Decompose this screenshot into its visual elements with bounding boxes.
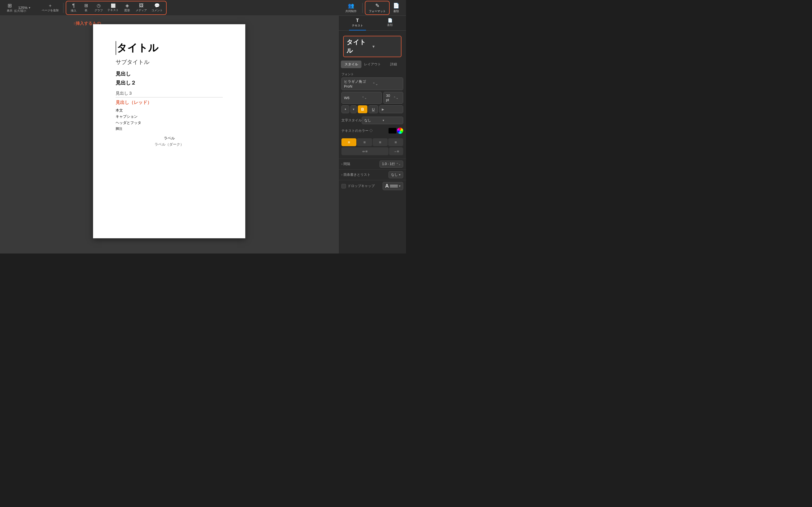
media-btn[interactable]: 🖼 メディア — [133, 2, 149, 13]
divider1 — [63, 3, 63, 13]
font-style-row: • ▾ B U ▶ — [342, 105, 403, 113]
text-style-chevron: ▾ — [372, 44, 398, 49]
display-label: 表示 — [7, 9, 12, 13]
more-style-btn[interactable]: ▶ — [379, 105, 403, 113]
canvas-area: ↑挿入するもの ここでテキストの設定が出来る→ タイトル サブタイトル 見出し … — [0, 16, 338, 253]
format-icon: ✎ — [375, 3, 379, 9]
text-style-title: タイトル — [347, 38, 372, 55]
style-tab-layout[interactable]: レイアウト — [362, 61, 383, 68]
style-tab-style[interactable]: スタイル — [341, 61, 361, 68]
page-subtitle-text[interactable]: サブタイトル — [116, 58, 223, 66]
page-title-text[interactable]: タイトル — [116, 41, 223, 55]
main-area: ↑挿入するもの ここでテキストの設定が出来る→ タイトル サブタイトル 見出し … — [0, 16, 406, 253]
color-wheel-btn[interactable] — [397, 128, 403, 134]
page-h-red-text[interactable]: 見出し（レッド） — [116, 100, 223, 106]
bullet-selector[interactable]: なし ▾ — [389, 171, 403, 178]
dropcap-a: A — [385, 183, 389, 189]
char-style-selector[interactable]: なし ▾ — [362, 117, 403, 124]
media-icon: 🖼 — [139, 3, 144, 8]
page-caption-text[interactable]: キャプション — [116, 114, 223, 119]
collab-btn[interactable]: 👥 共同制作 — [342, 1, 360, 15]
bullet-row: › 箇条書きとリスト なし ▾ — [339, 169, 406, 180]
more-icon: ▶ — [382, 108, 384, 111]
spacing-value-box[interactable]: 1.0 - 1行 ⌃⌄ — [379, 161, 403, 168]
spacing-label: 間隔 — [343, 162, 379, 166]
insert-icon: ¶ — [72, 3, 75, 8]
page-label-dark-text[interactable]: ラベル（ダーク） — [116, 142, 223, 147]
page-h1-text[interactable]: 見出し — [116, 70, 223, 77]
page-h3-text[interactable]: 見出し３ — [116, 91, 223, 96]
font-weight-value: W6 — [344, 96, 362, 100]
text-tab-icon: T — [356, 18, 359, 23]
zoom-control[interactable]: 125% ▾ 拡大/縮小 — [16, 4, 33, 11]
spacing-expand-icon[interactable]: › — [342, 163, 342, 166]
page-label-text[interactable]: ラベル — [116, 136, 223, 141]
spacing-value: 1.0 - 1行 — [382, 162, 395, 166]
bullet-value: なし — [391, 172, 398, 177]
font-weight-size-row: W6 ⌃⌄ 30 pt ⌃⌄ — [342, 92, 403, 104]
align-section: ≡ ≡ ≡ ≡ ⇐≡ →≡ — [339, 138, 406, 159]
table-label: 表 — [85, 8, 87, 12]
page-h2-text[interactable]: 見出し２ — [116, 79, 223, 86]
style-chevron-btn[interactable]: ▾ — [350, 105, 357, 113]
font-name-selector[interactable]: ヒラギノ角ゴ ProN ⌃⌄ — [342, 77, 403, 90]
align-row2: ⇐≡ →≡ — [342, 147, 403, 155]
insert-label: 挿入 — [71, 9, 77, 13]
align-left-btn[interactable]: ≡ — [342, 138, 356, 146]
align-right-btn[interactable]: ≡ — [373, 138, 388, 146]
zoom-sublabel: 拡大/縮小 — [14, 9, 26, 13]
color-swatch-black[interactable] — [389, 128, 396, 133]
font-weight-selector[interactable]: W6 ⌃⌄ — [342, 92, 382, 104]
document-page[interactable]: タイトル サブタイトル 見出し 見出し２ 見出し３ 見出し（レッド） 本文 キャ… — [93, 24, 245, 238]
dropcap-checkbox[interactable] — [342, 184, 346, 188]
format-btn[interactable]: ✎ フォーマット — [365, 1, 390, 15]
panel-top-tabs: T テキスト 📄 書類 — [339, 16, 406, 31]
shape-label: 図形 — [124, 8, 130, 12]
dropcap-row: ドロップキャップ A ▾ — [339, 180, 406, 192]
insert-btn[interactable]: ¶ 挿入 — [67, 2, 80, 14]
bullet-expand-icon[interactable]: › — [342, 173, 342, 176]
bullet-chevron: ▾ — [399, 173, 401, 177]
bold-btn[interactable]: B — [358, 105, 367, 113]
text-insert-btn[interactable]: ⬜ テキスト — [105, 3, 121, 13]
add-page-label: ページを追加 — [42, 8, 59, 12]
page-body-text[interactable]: 本文 — [116, 108, 223, 113]
font-name-arrows: ⌃⌄ — [372, 82, 401, 86]
font-size-selector[interactable]: 30 pt ⌃⌄ — [384, 92, 403, 104]
doc-btn[interactable]: 📄 書類 — [390, 1, 403, 14]
comment-label: コメント — [151, 8, 163, 12]
text-style-box[interactable]: タイトル ▾ — [343, 36, 402, 57]
font-weight-arrows: ⌃⌄ — [362, 96, 379, 100]
spacing-arrows: ⌃⌄ — [396, 163, 401, 166]
color-dot-btn[interactable]: • — [342, 105, 349, 113]
panel-tab-doc[interactable]: 📄 書類 — [384, 16, 396, 31]
display-icon: ⊞ — [8, 3, 12, 8]
align-justify-btn[interactable]: ≡ — [388, 138, 403, 146]
doc-icon: 📄 — [393, 3, 399, 9]
align-rtl-btn[interactable]: ⇐≡ — [342, 147, 389, 155]
add-page-btn[interactable]: ＋ ページを追加 — [40, 2, 61, 13]
style-tab-detail[interactable]: 詳細 — [383, 61, 404, 68]
underline-btn[interactable]: U — [368, 105, 378, 113]
char-style-chevron: ▾ — [383, 119, 401, 122]
page-footnote-text[interactable]: 脚注 — [116, 126, 223, 131]
font-size-arrows: ⌃⌄ — [393, 96, 401, 100]
table-btn[interactable]: ⊞ 表 — [80, 2, 92, 13]
text-style-selector-row: タイトル ▾ — [341, 33, 404, 59]
graph-btn[interactable]: ◷ グラフ — [92, 2, 105, 13]
shape-icon: ◈ — [125, 3, 129, 8]
text-insert-label: テキスト — [107, 8, 119, 12]
align-row: ≡ ≡ ≡ ≡ — [342, 138, 403, 146]
dropcap-line2 — [390, 186, 398, 187]
dropcap-line1 — [390, 185, 398, 186]
align-indent-btn[interactable]: →≡ — [389, 147, 403, 155]
comment-btn[interactable]: 💬 コメント — [149, 2, 165, 13]
panel-tab-text[interactable]: T テキスト — [349, 16, 366, 31]
dropcap-preview[interactable]: A ▾ — [383, 182, 403, 190]
text-tab-label: テキスト — [352, 24, 363, 27]
char-style-row: 文字スタイル なし ▾ — [339, 117, 406, 126]
page-header-footer-text[interactable]: ヘッダとフッタ — [116, 120, 223, 125]
table-icon: ⊞ — [84, 3, 88, 8]
align-center-btn[interactable]: ≡ — [357, 138, 372, 146]
shape-btn[interactable]: ◈ 図形 — [121, 2, 133, 13]
